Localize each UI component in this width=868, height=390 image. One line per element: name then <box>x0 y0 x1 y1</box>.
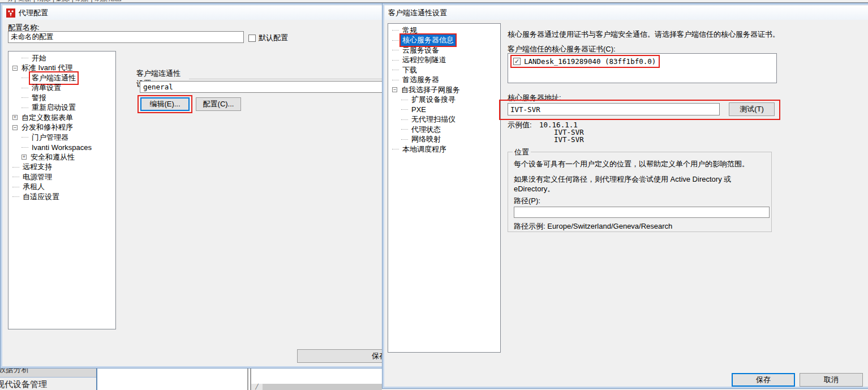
connectivity-setting-combobox[interactable]: general <box>140 81 393 93</box>
tree-connector <box>22 137 28 138</box>
example-values-label: 示例值: <box>508 120 532 130</box>
tree-connector <box>392 60 399 61</box>
agent-config-tree-item[interactable]: 开始 <box>8 53 115 63</box>
save-button[interactable]: 保存 <box>732 373 795 387</box>
tree-connector <box>401 129 408 130</box>
agent-config-tree-item[interactable]: 门户管理器 <box>8 132 115 143</box>
agent-config-tree: 开始−标准 Ivanti 代理客户端连通性清单设置警报重新启动设置+自定义数据表… <box>8 51 116 329</box>
sidebar-item-mdm-label: 现代设备管理 <box>0 379 47 390</box>
agent-config-tree-item[interactable]: 自适应设置 <box>8 192 115 202</box>
configure-button[interactable]: 配置(C)... <box>196 97 241 111</box>
tree-connector <box>22 108 28 108</box>
client-connectivity-titlebar[interactable]: 客户端连通性设置 <box>385 6 868 20</box>
default-config-checkbox[interactable] <box>248 35 256 42</box>
sidebar-item-modern-device-management[interactable]: 现代设备管理 <box>0 377 96 390</box>
tree-connector <box>22 78 28 78</box>
agent-configuration-dialog: 代理配置 配置名称: 默认配置 开始−标准 Ivanti 代理客户端连通性清单设… <box>0 3 396 368</box>
agent-config-tree-label: 门户管理器 <box>30 132 70 143</box>
edit-button[interactable]: 编辑(E)... <box>140 97 190 111</box>
cert-item-label: LANDesk_1619289040 (83ff1bf0.0) <box>524 57 656 66</box>
agent-config-tree-item[interactable]: 警报 <box>8 93 115 103</box>
location-paragraph-1: 每个设备可具有一个用户定义的位置，以帮助定义单个用户的影响范围。 <box>514 159 766 169</box>
connectivity-tree-item[interactable]: −自我选择子网服务 <box>388 85 500 95</box>
agent-config-tree-item[interactable]: 远程支持 <box>8 162 115 173</box>
tree-connector <box>12 167 19 168</box>
test-button[interactable]: 测试(T) <box>729 102 775 116</box>
default-config-checkbox-row[interactable]: 默认配置 <box>248 33 288 43</box>
agent-config-tree-item[interactable]: Ivanti Workspaces <box>8 143 115 153</box>
agent-config-tree-item[interactable]: −标准 Ivanti 代理 <box>8 63 115 74</box>
trusted-cert-listbox[interactable]: ✓ LANDesk_1619289040 (83ff1bf0.0) <box>508 53 777 83</box>
background-bottom-panel: 数据分析 现代设备管理 ╱ <box>0 368 382 390</box>
tree-connector <box>22 97 28 98</box>
agent-config-tree-label: Ivanti Workspaces <box>30 143 93 152</box>
horizontal-scrollbar[interactable] <box>251 384 382 390</box>
core-server-address-input[interactable] <box>508 103 720 115</box>
expand-icon[interactable]: + <box>12 115 18 120</box>
connectivity-tree-item[interactable]: 无代理扫描仪 <box>388 115 500 125</box>
connectivity-tree-item[interactable]: 扩展设备搜寻 <box>388 95 500 105</box>
tree-connector <box>392 50 399 50</box>
tree-connector <box>12 177 19 177</box>
tree-connector <box>401 100 408 100</box>
connectivity-tree-item[interactable]: 首选服务器 <box>388 75 500 85</box>
collapse-icon[interactable]: − <box>392 87 397 92</box>
connectivity-tree-item[interactable]: 核心服务器信息 <box>388 36 500 46</box>
agent-config-tree-label: 自适应设置 <box>21 191 61 203</box>
collapse-icon[interactable]: − <box>12 125 18 130</box>
agent-config-titlebar[interactable]: 代理配置 <box>3 6 393 20</box>
location-paragraph-2: 如果没有定义任何路径，则代理程序会尝试使用 Active Directory 或… <box>514 174 766 194</box>
cert-checkbox-checked[interactable]: ✓ <box>513 58 521 65</box>
agent-config-tree-item[interactable]: 承租人 <box>8 182 115 192</box>
agent-config-tree-item[interactable]: +自定义数据表单 <box>8 113 115 123</box>
agent-config-tree-item[interactable]: 重新启动设置 <box>8 103 115 113</box>
connectivity-tree-label: 扩展设备搜寻 <box>410 94 457 105</box>
path-label: 路径(P): <box>514 196 540 205</box>
dialog-title: 代理配置 <box>19 8 48 18</box>
tree-connector <box>392 149 399 149</box>
default-config-label: 默认配置 <box>259 33 288 43</box>
collapse-icon[interactable]: − <box>12 66 18 71</box>
config-name-input[interactable] <box>8 31 244 43</box>
tree-connector <box>392 40 399 41</box>
connectivity-tree-item[interactable]: 常规 <box>388 25 500 36</box>
connectivity-tree-item[interactable]: 本地调度程序 <box>388 144 500 155</box>
tree-connector <box>12 187 19 187</box>
tree-connector <box>401 119 408 120</box>
agent-config-tree-item[interactable]: 客户端连通性 <box>8 73 115 83</box>
scrollbar-corner-icon: ╱ <box>251 384 263 390</box>
connectivity-tree-item[interactable]: 代理状态 <box>388 125 500 135</box>
location-group-label: 位置 <box>513 147 531 157</box>
pane-divider <box>247 368 248 390</box>
connectivity-tree-label: 本地调度程序 <box>401 144 448 155</box>
connectivity-tree-item[interactable]: 网络映射 <box>388 135 500 145</box>
agent-config-tree-item[interactable]: −分发和修补程序 <box>8 123 115 133</box>
sidebar-item-analytics[interactable]: 数据分析 <box>0 368 96 377</box>
screen: 动 | 更新 | 清除 | 删除 | 刷新 | 刷新范围 数据分析 现代设备管理… <box>0 0 868 390</box>
tree-connector <box>22 88 28 88</box>
tree-connector <box>401 109 408 110</box>
agent-config-tree-item[interactable]: 电源管理 <box>8 172 115 182</box>
example-value-3: IVT-SVR <box>554 135 584 144</box>
connectivity-tree-item[interactable]: PXE <box>388 105 500 115</box>
agent-config-tree-item[interactable]: 清单设置 <box>8 83 115 93</box>
location-groupbox: 位置 每个设备可具有一个用户定义的位置，以帮助定义单个用户的影响范围。 如果没有… <box>508 152 772 232</box>
group-rule <box>189 79 396 79</box>
agent-config-tree-item[interactable]: +安全和遵从性 <box>8 152 115 162</box>
connectivity-tree-item[interactable]: 云服务设备 <box>388 45 500 55</box>
path-example: 路径示例: Europe/Switzerland/Geneva/Research <box>514 222 672 230</box>
cancel-button[interactable]: 取消 <box>800 373 863 387</box>
dialog-title: 客户端连通性设置 <box>388 8 447 18</box>
connectivity-tree-item[interactable]: 下载 <box>388 65 500 75</box>
core-server-address-label: 核心服务器地址: <box>508 93 561 103</box>
tree-connector <box>401 139 408 140</box>
expand-icon[interactable]: + <box>22 155 27 160</box>
cert-list-item[interactable]: ✓ LANDesk_1619289040 (83ff1bf0.0) <box>512 56 659 67</box>
connectivity-tree-item[interactable]: 远程控制隧道 <box>388 55 500 66</box>
ivanti-app-icon <box>6 8 15 18</box>
background-sidebar: 数据分析 现代设备管理 <box>0 368 97 390</box>
connectivity-settings-tree: 常规核心服务器信息云服务设备远程控制隧道下载首选服务器−自我选择子网服务扩展设备… <box>388 23 501 353</box>
tree-connector <box>392 80 399 80</box>
core-server-description: 核心服务器通过使用证书与客户端安全通信。请选择客户端信任的核心服务器证书。 <box>508 29 780 40</box>
path-input[interactable] <box>514 207 770 218</box>
